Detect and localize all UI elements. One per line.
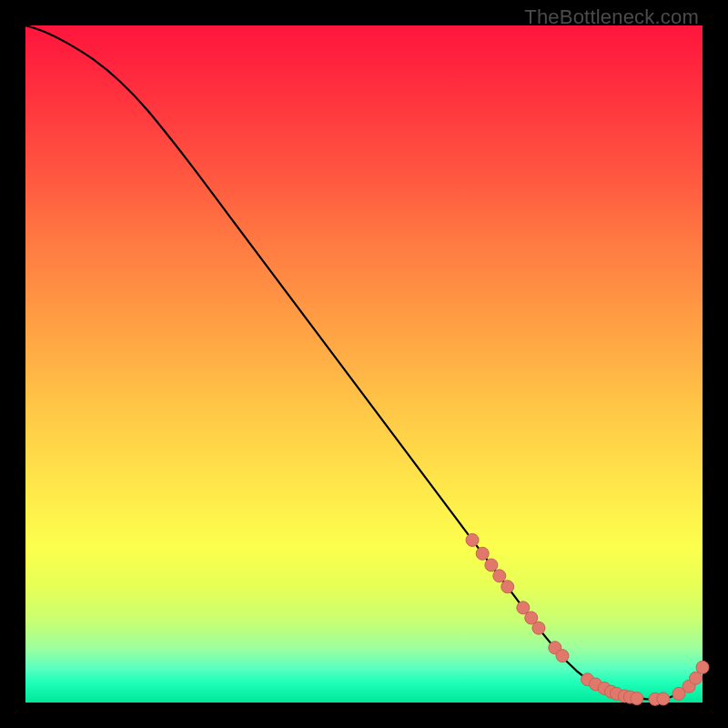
bottleneck-curve [25, 25, 703, 700]
curve-marker [501, 581, 514, 593]
curve-marker [476, 547, 489, 560]
curve-marker [485, 559, 498, 571]
chart-svg [25, 25, 703, 703]
curve-marker [696, 661, 709, 673]
curve-markers [466, 533, 709, 705]
curve-marker [631, 693, 643, 705]
curve-marker [466, 533, 479, 546]
curve-marker [556, 650, 569, 662]
curve-marker [532, 622, 545, 634]
curve-marker [493, 570, 506, 582]
curve-marker [657, 693, 670, 705]
